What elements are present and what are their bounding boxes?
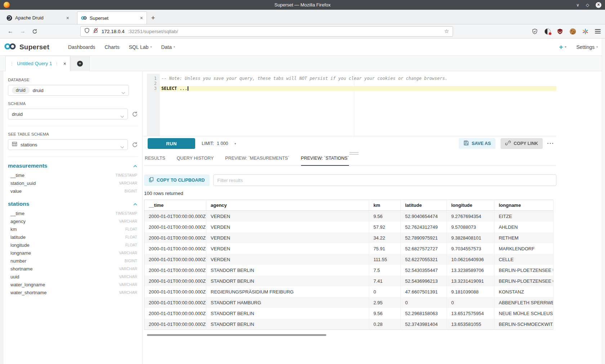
superset-favicon-icon: [81, 15, 87, 21]
table-cell: 13.6517575954: [447, 308, 494, 319]
table-cell: 2000-01-01T00:00:00.000Z: [144, 276, 206, 286]
browser-tab-apache-druid[interactable]: Apache Druid ×: [3, 12, 73, 24]
colorful-asterisk-extension-icon[interactable]: [582, 28, 588, 35]
superset-navbar: Superset Dashboards Charts SQL Lab▾ Data…: [0, 38, 605, 56]
table-cell: VERDEN: [206, 211, 369, 222]
nav-item-data[interactable]: Data▾: [161, 44, 175, 50]
tab-preview-stations[interactable]: PREVIEW: `STATIONS`: [301, 156, 349, 166]
query-tab-close-icon[interactable]: ×: [63, 61, 66, 67]
editor-code[interactable]: -- Note: Unless you save your query, the…: [160, 76, 556, 91]
nav-item-dashboards[interactable]: Dashboards: [68, 44, 95, 50]
insecure-lock-icon[interactable]: [93, 28, 98, 35]
panel-resize-handle[interactable]: [349, 152, 359, 156]
shield-icon[interactable]: [84, 28, 90, 35]
table-cell: 9.57088073: [447, 222, 494, 232]
table-cell: CELLE: [494, 254, 554, 265]
column-row: water_shortnameVARCHAR: [8, 288, 138, 296]
back-button[interactable]: ←: [8, 28, 13, 35]
shield-extension-icon[interactable]: [532, 28, 538, 35]
cookie-extension-icon[interactable]: [569, 28, 576, 35]
refresh-schema-icon[interactable]: [132, 111, 138, 117]
copy-to-clipboard-button[interactable]: COPY TO CLIPBOARD: [144, 174, 210, 186]
table-cell: 9.3828408101: [447, 232, 494, 243]
table-cell: 0: [447, 297, 494, 308]
table-cell: STANDORT HAMBURG: [206, 297, 369, 308]
reload-button[interactable]: [32, 29, 37, 34]
url-input[interactable]: 172.18.0.4:32251/superset/sqllab/ ☆: [80, 26, 453, 37]
drag-handle-icon[interactable]: ⋮: [9, 61, 14, 66]
save-as-button[interactable]: SAVE AS: [459, 138, 496, 149]
table-cell: VERDEN: [206, 232, 369, 243]
tab-results[interactable]: RESULTS: [145, 156, 165, 165]
table-cell: REGIERUNGSPRÄSIDIUM FREIBURG: [206, 286, 369, 297]
tab-close-icon[interactable]: ×: [66, 15, 69, 21]
column-row: __timeTIMESTAMP: [8, 171, 138, 179]
table-header-measurements[interactable]: measurements: [8, 163, 137, 169]
limit-control[interactable]: LIMIT: 1 000 ▾: [202, 141, 236, 146]
schema-select[interactable]: druid: [8, 109, 128, 119]
tab-close-icon[interactable]: ×: [140, 15, 143, 21]
column-header[interactable]: __time: [144, 200, 206, 211]
column-header[interactable]: longitude: [447, 200, 494, 211]
more-options-icon[interactable]: ···: [547, 140, 554, 147]
column-row: kmFLOAT: [8, 225, 138, 233]
page-scrollbar[interactable]: [602, 38, 605, 364]
query-tab-untitled-query-1[interactable]: ⋮ Untitled Query 1 ×: [5, 56, 70, 71]
refresh-table-icon[interactable]: [132, 142, 138, 148]
superset-brand[interactable]: Superset: [4, 42, 49, 52]
column-header[interactable]: latitude: [401, 200, 447, 211]
table-cell: BERLIN-PLOETZENSEE OP: [494, 276, 554, 286]
clipboard-copy-icon: [149, 177, 154, 183]
extension-icons: [532, 28, 588, 35]
table-cell: 9.56: [369, 211, 401, 222]
window-minimize-icon[interactable]: ∨: [576, 3, 579, 8]
plus-icon: +: [559, 43, 563, 51]
mask-extension-icon[interactable]: [544, 28, 551, 35]
run-button[interactable]: RUN: [148, 138, 195, 149]
bookmark-star-icon[interactable]: ☆: [444, 28, 449, 35]
window-close-button[interactable]: ×: [596, 2, 601, 8]
new-tab-button[interactable]: +: [147, 12, 159, 24]
nav-item-sql-lab[interactable]: SQL Lab▾: [129, 44, 152, 50]
table-row: 2000-01-01T00:00:00.000ZSTANDORT BERLIN7…: [144, 265, 554, 276]
filter-results-input[interactable]: [213, 174, 556, 186]
nav-item-charts[interactable]: Charts: [104, 44, 119, 50]
table-cell: 57.92: [369, 222, 401, 232]
table-cell: 13.653581055: [447, 319, 494, 330]
sql-editor[interactable]: 1 2 3 -- Note: Unless you save your quer…: [143, 74, 556, 136]
settings-menu[interactable]: Settings▾: [576, 44, 598, 50]
add-query-tab-button[interactable]: +: [70, 56, 90, 71]
column-header[interactable]: agency: [206, 200, 369, 211]
limit-label: LIMIT:: [202, 141, 214, 146]
table-schema-select[interactable]: stations: [8, 139, 128, 150]
table-cell: NEUE MÜHLE SCHLEUSE OP: [494, 308, 554, 319]
table-cell: 52.7890975921: [401, 232, 447, 243]
window-titlebar: Superset — Mozilla Firefox ∨ ◇ ×: [0, 0, 605, 10]
chevron-up-icon[interactable]: [133, 201, 137, 207]
editor-toolbar: RUN LIMIT: 1 000 ▾ SAVE AS COPY LINK ···: [143, 136, 556, 151]
sql-empty-line: [160, 81, 556, 86]
tab-preview-measurements[interactable]: PREVIEW: `MEASUREMENTS`: [225, 156, 289, 165]
menu-hamburger-icon[interactable]: [595, 29, 601, 33]
column-header[interactable]: longname: [494, 200, 554, 211]
column-row: agencyVARCHAR: [8, 217, 138, 225]
database-select[interactable]: druid druid: [8, 85, 129, 96]
horizontal-scrollbar-thumb[interactable]: [147, 334, 326, 336]
table-cell: 52.9040654474: [401, 211, 447, 222]
table-header-stations[interactable]: stations: [8, 201, 137, 207]
ublock-extension-icon[interactable]: [557, 28, 563, 35]
copy-link-button[interactable]: COPY LINK: [501, 138, 543, 149]
browser-tab-superset[interactable]: Superset ×: [77, 12, 147, 24]
column-row: numberBIGINT: [8, 257, 138, 265]
new-item-button[interactable]: +▾: [559, 43, 566, 51]
tab-query-history[interactable]: QUERY HISTORY: [177, 156, 214, 165]
column-row: __timeTIMESTAMP: [8, 209, 138, 217]
forward-button[interactable]: →: [20, 28, 26, 35]
table-cell: 9.2767694354: [447, 211, 494, 222]
column-header[interactable]: km: [369, 200, 401, 211]
table-cell: 2000-01-01T00:00:00.000Z: [144, 265, 206, 276]
chevron-up-icon[interactable]: [133, 163, 137, 169]
window-maximize-icon[interactable]: ◇: [586, 3, 589, 8]
navbar-right: +▾ Settings▾: [559, 43, 598, 51]
table-cell: RETHEM: [494, 232, 554, 243]
